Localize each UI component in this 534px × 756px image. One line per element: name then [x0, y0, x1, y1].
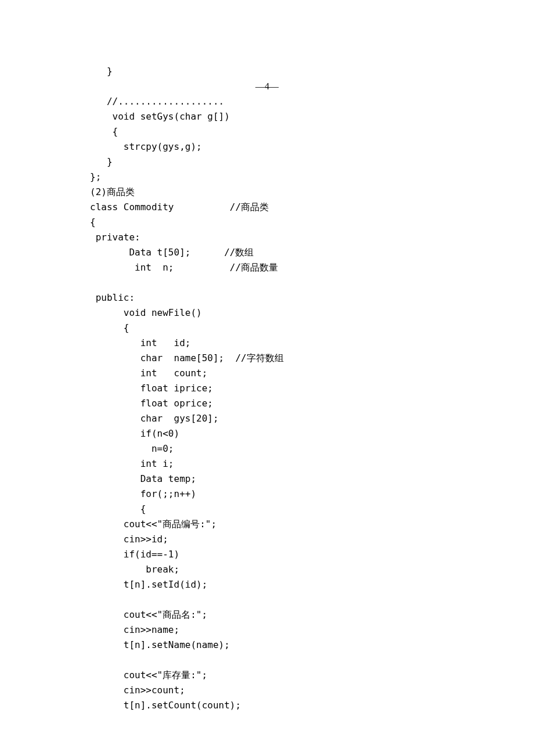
code-line: (2)商品类: [90, 185, 444, 200]
code-line: {: [90, 124, 444, 139]
code-line: void setGys(char g[]): [90, 109, 444, 124]
code-line: public:: [90, 290, 444, 305]
code-line: class Commodity //商品类: [90, 200, 444, 215]
code-line: float oprice;: [90, 396, 444, 411]
code-line: cout<<"商品编号:";: [90, 517, 444, 532]
code-line: }: [90, 64, 444, 79]
code-line: int id;: [90, 336, 444, 351]
code-line: Data t[50]; //数组: [90, 245, 444, 260]
code-line: void newFile(): [90, 305, 444, 321]
code-line: //...................: [90, 94, 444, 109]
code-line: if(id==-1): [90, 547, 444, 562]
code-line: int count;: [90, 366, 444, 381]
code-line: t[n].setId(id);: [90, 577, 444, 592]
code-line: for(;;n++): [90, 487, 444, 502]
code-line: cin>>count;: [90, 683, 444, 698]
code-line: cin>>name;: [90, 622, 444, 638]
document-page: }—4— //................... void setGys(c…: [0, 0, 534, 713]
code-line: Data temp;: [90, 471, 444, 487]
code-line: {: [90, 321, 444, 336]
code-line: [90, 653, 444, 668]
code-line: int i;: [90, 456, 444, 471]
code-line: if(n<0): [90, 426, 444, 441]
code-line: strcpy(gys,g);: [90, 139, 444, 154]
code-line: {: [90, 502, 444, 517]
code-line: t[n].setCount(count);: [90, 698, 444, 713]
code-line: [90, 275, 444, 290]
code-line: t[n].setName(name);: [90, 638, 444, 653]
code-line: };: [90, 170, 444, 185]
page-number: —4—: [90, 79, 444, 94]
code-line: cout<<"库存量:";: [90, 668, 444, 683]
code-line: char gys[20];: [90, 411, 444, 426]
code-line: {: [90, 215, 444, 230]
code-line: [90, 592, 444, 607]
code-line: float iprice;: [90, 381, 444, 396]
code-line: }: [90, 154, 444, 170]
code-line: n=0;: [90, 441, 444, 456]
code-line: private:: [90, 230, 444, 245]
code-line: int n; //商品数量: [90, 260, 444, 275]
code-line: break;: [90, 562, 444, 577]
code-line: cin>>id;: [90, 532, 444, 547]
code-line: cout<<"商品名:";: [90, 607, 444, 622]
code-line: char name[50]; //字符数组: [90, 351, 444, 366]
